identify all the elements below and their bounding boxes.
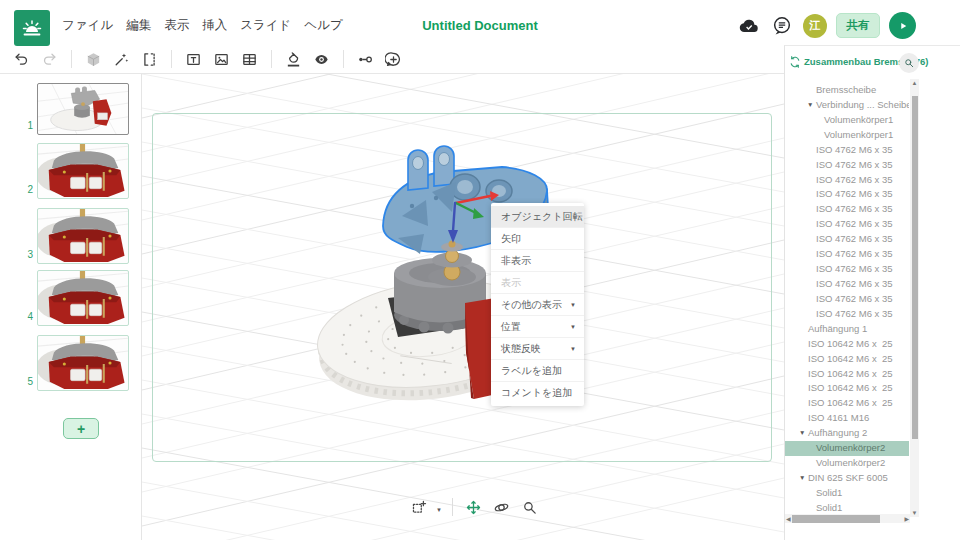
- app-logo[interactable]: [14, 10, 50, 46]
- cloud-saved-icon[interactable]: [737, 14, 761, 38]
- menu-item[interactable]: ヘルプ: [304, 17, 342, 34]
- part-label: Bremsscheibe: [816, 84, 876, 95]
- selection-add-tool-button[interactable]: [408, 496, 430, 518]
- part-tree-row[interactable]: DIN 625 SKF 6005: [785, 471, 909, 486]
- part-tree-row[interactable]: ISO 4762 M6 x 35: [785, 217, 909, 232]
- add-slide-button[interactable]: +: [63, 418, 99, 439]
- fill-button[interactable]: [280, 47, 307, 71]
- part-tree-row[interactable]: Solid1: [785, 486, 909, 501]
- horizontal-scroll-thumb[interactable]: [792, 515, 880, 523]
- slide-thumbnail-4[interactable]: [37, 270, 129, 326]
- zoom-icon: [521, 499, 538, 516]
- redo-button[interactable]: [36, 47, 63, 71]
- part-tree-row[interactable]: ISO 4762 M6 x 35: [785, 262, 909, 277]
- context-menu-item[interactable]: 非表示: [491, 249, 584, 271]
- part-tree-row[interactable]: ISO 4762 M6 x 35: [785, 143, 909, 158]
- magic-wand-icon: [113, 51, 130, 68]
- expand-arrow-icon[interactable]: [807, 98, 816, 113]
- tool-dropdown-icon[interactable]: [436, 498, 442, 516]
- part-tree-row[interactable]: ISO 4762 M6 x 35: [785, 158, 909, 173]
- part-label: ISO 4762 M6 x 35: [816, 248, 893, 259]
- fill-icon: [285, 51, 302, 68]
- menu-item[interactable]: ファイル: [62, 17, 113, 34]
- image-button[interactable]: [208, 47, 235, 71]
- vertical-scroll-thumb[interactable]: [912, 96, 918, 439]
- part-tree-row[interactable]: ISO 4762 M6 x 35: [785, 202, 909, 217]
- scroll-down-icon[interactable]: [910, 510, 919, 516]
- sunrise-logo-icon: [20, 16, 44, 40]
- undo-button[interactable]: [8, 47, 35, 71]
- part-tree-row[interactable]: ISO 4762 M6 x 35: [785, 232, 909, 247]
- part-tree-row[interactable]: ISO 4762 M6 x 35: [785, 247, 909, 262]
- part-tree-row[interactable]: ISO 10642 M6 x 25: [785, 381, 909, 396]
- object-button[interactable]: [80, 47, 107, 71]
- part-tree-row[interactable]: ISO 4762 M6 x 35: [785, 292, 909, 307]
- scroll-left-icon[interactable]: [786, 515, 791, 522]
- animation-button[interactable]: [352, 47, 379, 71]
- part-tree-row[interactable]: ISO 4762 M6 x 35: [785, 277, 909, 292]
- zoom-tool-button[interactable]: [519, 496, 541, 518]
- table-icon: [241, 51, 258, 68]
- slide-thumbnail-2[interactable]: [37, 143, 129, 199]
- part-tree-row[interactable]: ISO 4762 M6 x 35: [785, 187, 909, 202]
- horizontal-scrollbar[interactable]: [785, 514, 910, 523]
- part-tree-row[interactable]: Verbindung ... Scheibe - Auf: [785, 98, 909, 113]
- part-tree-row[interactable]: Volumenkörper2: [785, 456, 909, 471]
- context-menu-item[interactable]: オブジェクト回転: [491, 206, 584, 227]
- menu-item-label: オブジェクト回転: [501, 206, 582, 227]
- menu-item[interactable]: 挿入: [202, 17, 227, 34]
- context-menu-item[interactable]: 矢印: [491, 227, 584, 249]
- move-tool-button[interactable]: [463, 496, 485, 518]
- part-tree-row[interactable]: ISO 10642 M6 x 25: [785, 396, 909, 411]
- part-tree-row[interactable]: Volumenkörper1: [785, 113, 909, 128]
- avatar[interactable]: 江: [803, 14, 827, 38]
- magic-wand-button[interactable]: [108, 47, 135, 71]
- vertical-scrollbar[interactable]: [910, 79, 919, 517]
- table-button[interactable]: [236, 47, 263, 71]
- context-menu-item[interactable]: 状態反映: [491, 337, 584, 359]
- context-menu-item: 表示: [491, 271, 584, 293]
- context-menu-item[interactable]: ラベルを追加: [491, 359, 584, 381]
- comments-icon[interactable]: [770, 14, 794, 38]
- orbit-tool-button[interactable]: [491, 496, 513, 518]
- part-label: ISO 4762 M6 x 35: [816, 263, 893, 274]
- part-tree-row[interactable]: Volumenkörper1: [785, 128, 909, 143]
- part-tree-row[interactable]: ISO 4161 M16: [785, 411, 909, 426]
- expand-arrow-icon[interactable]: [799, 426, 808, 441]
- part-tree-row[interactable]: ISO 10642 M6 x 25: [785, 352, 909, 367]
- comment-add-button[interactable]: [380, 47, 407, 71]
- share-button[interactable]: 共有: [836, 13, 880, 38]
- menu-item[interactable]: 表示: [164, 17, 189, 34]
- visibility-button[interactable]: [308, 47, 335, 71]
- scroll-up-icon[interactable]: [910, 80, 919, 86]
- part-tree-row[interactable]: ISO 10642 M6 x 25: [785, 367, 909, 382]
- slide-thumbnail-5[interactable]: [37, 335, 129, 391]
- expand-arrow-icon[interactable]: [799, 471, 808, 486]
- search-button[interactable]: [899, 53, 919, 73]
- image-icon: [213, 51, 230, 68]
- menu-item[interactable]: 編集: [126, 17, 151, 34]
- text-box-button[interactable]: [180, 47, 207, 71]
- present-play-button[interactable]: [889, 12, 916, 39]
- part-label: ISO 4762 M6 x 35: [816, 144, 893, 155]
- section-button[interactable]: [136, 47, 163, 71]
- part-tree-row[interactable]: Aufhängung 2: [785, 426, 909, 441]
- part-label: Volumenkörper2: [816, 442, 885, 453]
- part-tree-row[interactable]: ISO 4762 M6 x 35: [785, 307, 909, 322]
- context-menu-item[interactable]: その他の表示: [491, 293, 584, 315]
- object-icon: [85, 51, 102, 68]
- menu-item[interactable]: スライド: [240, 17, 291, 34]
- slide-thumbnail-3[interactable]: [37, 208, 129, 264]
- context-menu-item[interactable]: 位置: [491, 315, 584, 337]
- scroll-right-icon[interactable]: [904, 515, 909, 522]
- slide-thumbnail-1[interactable]: [37, 83, 129, 135]
- viewport-3d[interactable]: オブジェクト回転矢印非表示表示その他の表示位置状態反映ラベルを追加コメントを追加: [142, 74, 784, 540]
- part-tree-row[interactable]: ISO 10642 M6 x 25: [785, 337, 909, 352]
- sync-icon[interactable]: [788, 55, 802, 69]
- context-menu-item[interactable]: コメントを追加: [491, 381, 584, 403]
- part-tree-row[interactable]: Bremsscheibe: [785, 83, 909, 98]
- part-tree-row[interactable]: Aufhängung 1: [785, 322, 909, 337]
- part-tree-row[interactable]: Volumenkörper2: [785, 441, 909, 456]
- slide-number: 4: [21, 311, 33, 322]
- part-tree-row[interactable]: ISO 4762 M6 x 35: [785, 173, 909, 188]
